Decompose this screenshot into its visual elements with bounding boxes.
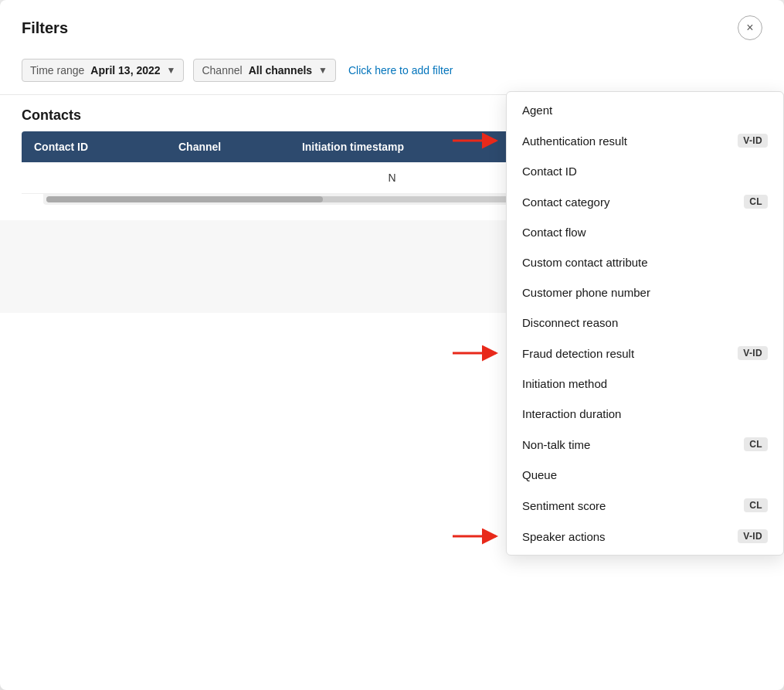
modal-title: Filters bbox=[22, 19, 68, 37]
dropdown-item-speaker-actions-label: Speaker actions bbox=[522, 530, 730, 543]
dropdown-item-contact-category-label: Contact category bbox=[522, 195, 736, 209]
dropdown-item-custom-contact-attribute[interactable]: Custom contact attribute bbox=[507, 247, 783, 277]
dropdown-item-non-talk-time[interactable]: Non-talk time CL bbox=[507, 429, 783, 460]
dropdown-item-interaction-duration[interactable]: Interaction duration bbox=[507, 399, 783, 429]
dropdown-item-disconnect-reason-label: Disconnect reason bbox=[522, 316, 768, 329]
dropdown-item-fraud-detection-result[interactable]: Fraud detection result V-ID bbox=[507, 338, 783, 369]
dropdown-item-interaction-duration-label: Interaction duration bbox=[522, 407, 768, 420]
scrollbar-thumb bbox=[46, 196, 323, 202]
dropdown-item-queue[interactable]: Queue bbox=[507, 460, 783, 490]
dropdown-item-auth-result-label: Authentication result bbox=[522, 134, 730, 148]
dropdown-item-disconnect-reason[interactable]: Disconnect reason bbox=[507, 308, 783, 338]
dropdown-item-customer-phone-label: Customer phone number bbox=[522, 286, 768, 299]
dropdown-item-sentiment-score[interactable]: Sentiment score CL bbox=[507, 490, 783, 521]
dropdown-item-fraud-detection-badge: V-ID bbox=[738, 346, 768, 360]
dropdown-item-auth-result-badge: V-ID bbox=[738, 134, 768, 148]
arrow-speaker-actions-icon bbox=[451, 528, 504, 545]
dropdown-item-contact-id[interactable]: Contact ID bbox=[507, 156, 783, 186]
time-range-chevron-icon: ▼ bbox=[167, 65, 176, 76]
channel-label: Channel bbox=[202, 64, 242, 76]
dropdown-item-agent-label: Agent bbox=[522, 104, 768, 117]
dropdown-item-non-talk-time-badge: CL bbox=[744, 437, 768, 451]
modal-header: Filters × bbox=[0, 0, 784, 51]
modal: Filters × Time range April 13, 2022 ▼ Ch… bbox=[0, 0, 784, 690]
channel-value: All channels bbox=[249, 64, 312, 76]
dropdown-item-contact-category[interactable]: Contact category CL bbox=[507, 186, 783, 217]
channel-filter[interactable]: Channel All channels ▼ bbox=[193, 59, 336, 82]
filter-bar: Time range April 13, 2022 ▼ Channel All … bbox=[0, 51, 784, 94]
time-range-value: April 13, 2022 bbox=[90, 64, 160, 76]
dropdown-item-customer-phone-number[interactable]: Customer phone number bbox=[507, 277, 783, 308]
dropdown-item-sentiment-score-label: Sentiment score bbox=[522, 499, 736, 512]
dropdown-item-non-talk-time-label: Non-talk time bbox=[522, 438, 736, 451]
dropdown-item-contact-flow[interactable]: Contact flow bbox=[507, 217, 783, 247]
dropdown-item-speaker-actions[interactable]: Speaker actions V-ID bbox=[507, 521, 783, 552]
arrow-authentication-icon bbox=[451, 132, 504, 149]
dropdown-item-authentication-result[interactable]: Authentication result V-ID bbox=[507, 125, 783, 156]
dropdown-item-initiation-method-label: Initiation method bbox=[522, 377, 768, 390]
channel-chevron-icon: ▼ bbox=[318, 65, 328, 76]
col-header-channel: Channel bbox=[166, 131, 290, 162]
dropdown-item-contact-category-badge: CL bbox=[744, 195, 768, 209]
time-range-label: Time range bbox=[30, 64, 84, 76]
dropdown-item-contact-id-label: Contact ID bbox=[522, 165, 768, 178]
dropdown-item-contact-flow-label: Contact flow bbox=[522, 226, 768, 239]
arrow-fraud-detection-icon bbox=[451, 345, 504, 362]
dropdown-item-custom-contact-attr-label: Custom contact attribute bbox=[522, 256, 768, 269]
dropdown-item-speaker-actions-badge: V-ID bbox=[738, 529, 768, 543]
dropdown-item-agent[interactable]: Agent bbox=[507, 95, 783, 125]
dropdown-item-queue-label: Queue bbox=[522, 468, 768, 481]
dropdown-item-fraud-detection-label: Fraud detection result bbox=[522, 347, 730, 360]
dropdown-item-initiation-method[interactable]: Initiation method bbox=[507, 369, 783, 399]
time-range-filter[interactable]: Time range April 13, 2022 ▼ bbox=[22, 59, 184, 82]
dropdown-item-sentiment-score-badge: CL bbox=[744, 498, 768, 512]
add-filter-button[interactable]: Click here to add filter bbox=[345, 59, 456, 81]
dropdown-panel: Agent Authentication result V-ID Contact… bbox=[506, 91, 784, 556]
close-button[interactable]: × bbox=[738, 15, 762, 40]
col-header-contact-id: Contact ID bbox=[22, 131, 166, 162]
